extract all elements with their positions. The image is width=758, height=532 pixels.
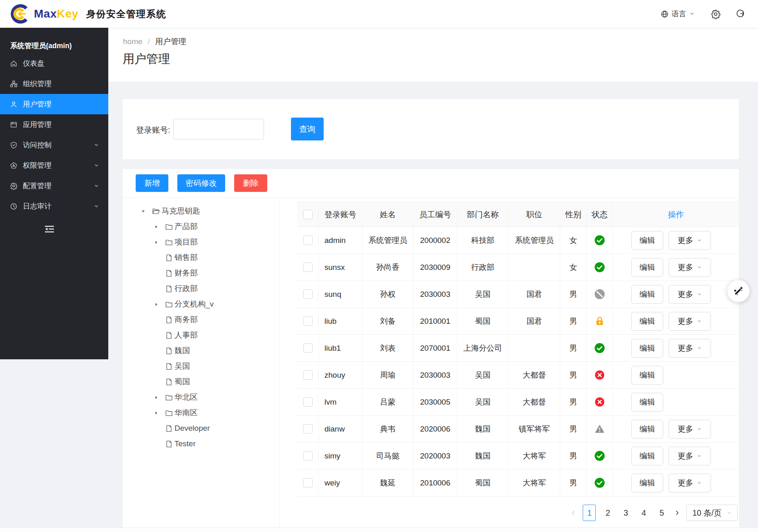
sidebar-item-label: 用户管理 <box>23 99 51 109</box>
logout-icon[interactable] <box>736 9 746 19</box>
language-menu[interactable]: 语言 <box>660 9 696 19</box>
tree-node[interactable]: 华北区 <box>123 390 278 405</box>
tree-node[interactable]: 马克思钥匙 <box>123 203 278 219</box>
name-cell: 系统管理员 <box>362 227 414 254</box>
select-all-checkbox[interactable] <box>303 210 313 219</box>
login-account-label: 登录账号: <box>136 125 170 136</box>
gender-cell: 男 <box>560 308 587 334</box>
query-button[interactable]: 查询 <box>291 118 324 140</box>
caret-right-icon[interactable] <box>154 394 165 400</box>
row-checkbox[interactable] <box>303 424 313 434</box>
tree-node[interactable]: 产品部 <box>123 219 278 234</box>
sidebar-item-safety[interactable]: 权限管理 <box>0 155 108 176</box>
login-account-input[interactable] <box>173 119 264 140</box>
more-button[interactable]: 更多 <box>669 420 711 439</box>
row-checkbox[interactable] <box>303 370 313 380</box>
name-cell: 刘备 <box>362 308 414 334</box>
search-panel: 登录账号: 查询 <box>123 99 739 159</box>
change-password-button[interactable]: 密码修改 <box>177 174 225 192</box>
caret-right-icon[interactable] <box>154 239 165 245</box>
row-checkbox[interactable] <box>303 316 313 326</box>
column-header: 部门名称 <box>457 202 509 227</box>
edit-button[interactable]: 编辑 <box>631 474 663 492</box>
edit-button[interactable]: 编辑 <box>631 420 663 439</box>
edit-button[interactable]: 编辑 <box>631 258 663 277</box>
page-button-3[interactable]: 3 <box>619 505 632 521</box>
next-page-button[interactable] <box>673 509 681 516</box>
tree-caret-spacer <box>154 255 165 260</box>
sidebar-item-shield[interactable]: 访问控制 <box>0 135 108 155</box>
more-button[interactable]: 更多 <box>669 231 711 250</box>
row-checkbox[interactable] <box>303 451 313 461</box>
more-button[interactable]: 更多 <box>669 258 711 277</box>
edit-button[interactable]: 编辑 <box>631 393 663 412</box>
caret-right-icon[interactable] <box>154 224 165 229</box>
sidebar-item-appstore[interactable]: 应用管理 <box>0 114 108 135</box>
edit-button[interactable]: 编辑 <box>631 285 663 304</box>
edit-button[interactable]: 编辑 <box>631 339 663 358</box>
breadcrumb-home-link[interactable]: home <box>123 37 143 46</box>
caret-right-icon[interactable] <box>154 301 165 307</box>
tree-node[interactable]: 财务部 <box>123 265 278 281</box>
row-checkbox[interactable] <box>303 343 313 353</box>
globe-icon <box>660 10 669 18</box>
column-header: 性别 <box>560 202 587 227</box>
tree-node[interactable]: 分支机构_v <box>123 296 278 312</box>
tree-node-label: 魏国 <box>174 345 190 356</box>
tree-node[interactable]: 行政部 <box>123 281 278 296</box>
edit-button[interactable]: 编辑 <box>631 312 663 331</box>
row-checkbox[interactable] <box>303 478 313 487</box>
row-checkbox[interactable] <box>303 289 313 299</box>
edit-button[interactable]: 编辑 <box>631 447 663 465</box>
row-checkbox[interactable] <box>303 397 313 407</box>
menu-fold-icon[interactable] <box>43 223 56 235</box>
cluster-icon <box>10 80 18 88</box>
page-button-5[interactable]: 5 <box>655 505 668 521</box>
table-row: simy司马懿2020003魏国大将军男编辑更多 <box>297 443 739 470</box>
edit-button[interactable]: 编辑 <box>631 231 663 250</box>
sidebar-item-user[interactable]: 用户管理 <box>0 94 108 114</box>
page-button-2[interactable]: 2 <box>601 505 614 521</box>
tree-node[interactable]: 销售部 <box>123 250 278 265</box>
login-cell: liub1 <box>319 335 362 361</box>
more-button[interactable]: 更多 <box>669 312 711 331</box>
caret-right-icon[interactable] <box>154 410 165 416</box>
tree-node[interactable]: 魏国 <box>123 343 278 358</box>
table-row: weiy魏延2010006蜀国大将军男编辑更多 <box>297 470 739 496</box>
edit-button[interactable]: 编辑 <box>631 366 663 385</box>
tree-node[interactable]: 吴国 <box>123 358 278 374</box>
row-checkbox[interactable] <box>303 236 313 245</box>
more-button[interactable]: 更多 <box>669 285 711 304</box>
tree-node[interactable]: Developer <box>123 421 278 436</box>
tree-node[interactable]: 商务部 <box>123 312 278 327</box>
tree-node[interactable]: 蜀国 <box>123 374 278 390</box>
prev-page-button[interactable] <box>570 509 577 516</box>
folder-icon <box>165 300 173 309</box>
status-ok-icon <box>594 450 605 461</box>
tree-node[interactable]: 项目部 <box>123 234 278 250</box>
more-button[interactable]: 更多 <box>669 447 711 465</box>
actions-cell: 编辑更多 <box>613 281 739 307</box>
more-button[interactable]: 更多 <box>669 474 711 492</box>
caret-down-icon[interactable] <box>141 208 152 214</box>
table-row: lvm吕蒙2030005吴国大都督男编辑 <box>297 389 739 416</box>
add-button[interactable]: 新增 <box>136 174 168 192</box>
sidebar-item-cluster[interactable]: 组织管理 <box>0 73 108 94</box>
sidebar-item-home[interactable]: 仪表盘 <box>0 53 108 73</box>
theme-tool-fab[interactable] <box>727 280 749 302</box>
sidebar-item-setting[interactable]: 配置管理 <box>0 176 108 196</box>
row-checkbox[interactable] <box>303 263 313 272</box>
tree-node[interactable]: Tester <box>123 436 278 452</box>
tree-node[interactable]: 华南区 <box>123 405 278 421</box>
settings-gear-icon[interactable] <box>711 9 721 19</box>
tree-node[interactable]: 人事部 <box>123 327 278 343</box>
job-title-cell: 镇军将军 <box>509 416 560 442</box>
page-button-1[interactable]: 1 <box>583 505 596 521</box>
sidebar-item-clock[interactable]: 日志审计 <box>0 196 108 216</box>
delete-button[interactable]: 删除 <box>234 174 267 192</box>
more-button[interactable]: 更多 <box>669 339 711 358</box>
page-button-4[interactable]: 4 <box>637 505 650 521</box>
tree-node-label: 商务部 <box>174 314 198 325</box>
page-size-select[interactable]: 10 条/页 <box>686 505 738 521</box>
chevron-down-icon <box>94 162 99 168</box>
